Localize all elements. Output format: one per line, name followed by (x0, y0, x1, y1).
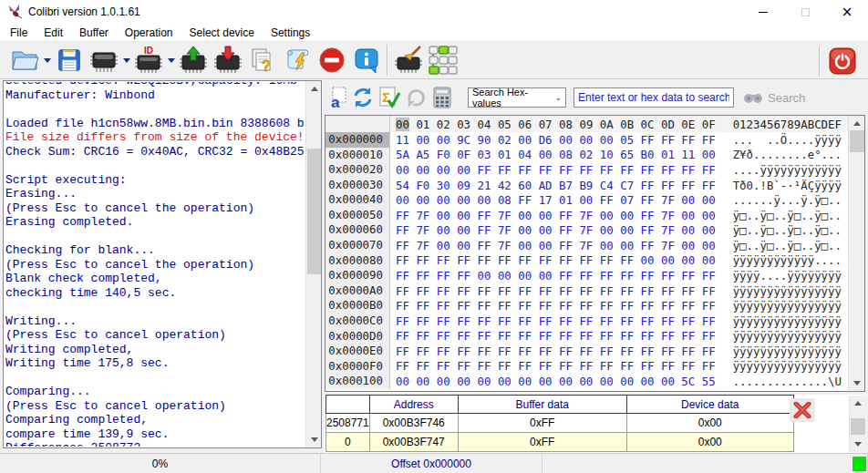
open-file-dropdown[interactable] (42, 43, 52, 77)
hex-ascii[interactable]: ÿÿÿÿÿÿÿÿÿÿÿÿÿÿÿÿ (716, 314, 842, 328)
scroll-thumb[interactable] (307, 149, 321, 274)
scroll-up-icon[interactable] (850, 396, 865, 411)
info-button[interactable] (349, 43, 384, 77)
hex-bytes[interactable]: FF FF FF FF FF FF FF FF FF FF FF FF FF F… (390, 299, 716, 313)
menu-file[interactable]: File (2, 25, 36, 41)
hex-address[interactable]: 0x0000C0 (326, 314, 390, 329)
encoding-button[interactable]: a (325, 86, 348, 109)
hex-row[interactable]: 0x0000F0FF FF FF FF FF FF FF FF FF FF FF… (326, 359, 864, 375)
reload-button[interactable] (404, 86, 428, 109)
read-chip-id-button[interactable]: ID (131, 43, 166, 77)
blank-check-button[interactable] (426, 43, 460, 77)
hex-bytes[interactable]: 00 00 00 00 00 08 FF 17 01 00 FF 07 FF 7… (390, 193, 716, 207)
search-input[interactable] (574, 87, 734, 108)
close-button[interactable]: × (826, 0, 868, 24)
hex-bytes[interactable]: FF FF FF FF FF FF FF FF FF FF FF FF FF F… (390, 314, 716, 328)
hex-row[interactable]: 0x000070FF 7F 00 00 FF 7F 00 00 FF 7F 00… (326, 238, 864, 253)
diff-cell[interactable]: 0 (326, 433, 370, 452)
scroll-thumb[interactable] (851, 418, 865, 435)
hex-bytes[interactable]: FF 7F 00 00 FF 7F 00 00 FF 7F 00 00 FF 7… (390, 239, 716, 252)
scroll-down-icon[interactable] (849, 375, 864, 391)
hex-address[interactable]: 0x000060 (326, 222, 390, 238)
hex-ascii[interactable]: ÿÿÿÿÿÿÿÿÿÿÿÿÿÿÿÿ (716, 329, 842, 343)
diff-cell[interactable]: 0xFF (458, 433, 626, 452)
hex-address[interactable]: 0x0000B0 (326, 298, 390, 314)
hex-ascii[interactable]: ÿÿÿÿÿÿÿÿÿÿÿÿÿÿÿÿ (716, 344, 842, 358)
hex-address[interactable]: 0x000000 (326, 132, 390, 148)
hex-bytes[interactable]: FF FF FF FF FF FF FF FF FF FF FF FF 00 0… (390, 253, 716, 267)
hex-row[interactable]: 0x0000105A A5 F0 0F 03 01 04 00 08 02 10… (326, 148, 864, 163)
exit-button[interactable] (824, 45, 861, 77)
hex-address[interactable]: 0x000040 (326, 192, 390, 208)
scroll-up-icon[interactable] (849, 116, 864, 131)
hex-bytes[interactable]: FF FF FF FF FF FF FF FF FF FF FF FF FF F… (390, 284, 716, 298)
hex-bytes[interactable]: FF 7F 00 00 FF 7F 00 00 FF 7F 00 00 FF 7… (390, 223, 716, 237)
hex-ascii[interactable]: ÿ□..ÿ□..ÿ□..ÿ□.. (716, 223, 842, 237)
hex-ascii[interactable]: ... ..Ö....ÿÿÿÿ (716, 133, 842, 147)
hex-ascii[interactable]: Tð0.!B`-·¹ÄÇÿÿÿÿ (716, 179, 842, 192)
hex-bytes[interactable]: 00 00 00 00 00 00 00 00 00 00 00 00 00 0… (390, 375, 716, 388)
diff-row[interactable]: 25087710x00B3F7460xFF0x00 (326, 414, 794, 433)
diff-cell[interactable]: 0x00B3F746 (369, 414, 458, 433)
stop-button[interactable] (315, 43, 349, 77)
open-file-button[interactable] (7, 43, 42, 77)
hex-row[interactable]: 0x0000C0FF FF FF FF FF FF FF FF FF FF FF… (326, 314, 864, 329)
file-info-button[interactable]: ? (245, 43, 280, 77)
hex-ascii[interactable]: ..............\U (716, 375, 842, 388)
refresh-button[interactable] (351, 86, 375, 109)
hex-ascii[interactable]: ......ÿ...ÿ.ÿ□.. (716, 193, 842, 207)
write-chip-button[interactable] (211, 43, 245, 77)
select-chip-button[interactable] (87, 43, 121, 77)
hex-bytes[interactable]: FF FF FF FF FF FF FF FF FF FF FF FF FF F… (390, 344, 716, 358)
hex-scrollbar[interactable] (848, 116, 864, 391)
hex-row[interactable]: 0x0000B0FF FF FF FF FF FF FF FF FF FF FF… (326, 298, 864, 314)
menu-select-device[interactable]: Select device (181, 25, 263, 41)
save-file-button[interactable] (52, 43, 87, 77)
hex-address[interactable]: 0x000010 (326, 148, 390, 163)
diff-row[interactable]: 00x00B3F7470xFF0x00 (326, 433, 794, 452)
hex-bytes[interactable]: 54 F0 30 09 21 42 60 AD B7 B9 C4 C7 FF F… (390, 179, 716, 192)
select-chip-dropdown[interactable] (121, 43, 131, 77)
hex-ascii[interactable]: ÿÿÿÿÿÿÿÿÿÿÿÿ.... (716, 253, 842, 267)
hex-address[interactable]: 0x0000E0 (326, 344, 390, 359)
hex-bytes[interactable]: FF FF FF FF 00 00 00 00 FF FF FF FF FF F… (390, 269, 716, 283)
clear-differences-button[interactable] (790, 398, 815, 422)
hex-address[interactable]: 0x000050 (326, 208, 390, 223)
read-chip-button[interactable] (176, 43, 211, 77)
diff-cell[interactable]: 0x00 (626, 414, 793, 433)
hex-ascii[interactable]: ÿÿÿÿÿÿÿÿÿÿÿÿÿÿÿÿ (716, 299, 842, 313)
hex-address[interactable]: 0x000100 (326, 374, 390, 389)
diff-cell[interactable]: 0x00 (626, 433, 793, 452)
script-button[interactable] (280, 43, 315, 77)
menu-settings[interactable]: Settings (263, 25, 318, 41)
scroll-down-icon[interactable] (850, 437, 865, 452)
hex-row[interactable]: 0x000080FF FF FF FF FF FF FF FF FF FF FF… (326, 253, 864, 269)
menu-operation[interactable]: Operation (117, 25, 181, 41)
hex-ascii[interactable]: ÿ□..ÿ□..ÿ□..ÿ□.. (716, 209, 842, 222)
log-scrollbar[interactable] (305, 81, 321, 447)
hex-bytes[interactable]: FF 7F 00 00 FF 7F 00 00 FF 7F 00 00 FF 7… (390, 209, 716, 222)
diff-cell[interactable]: 0xFF (458, 414, 626, 433)
hex-bytes[interactable]: FF FF FF FF FF FF FF FF FF FF FF FF FF F… (390, 329, 716, 343)
hex-address[interactable]: 0x000090 (326, 268, 390, 283)
hex-ascii[interactable]: ÿÿÿÿÿÿÿÿÿÿÿÿÿÿÿÿ (716, 359, 842, 373)
hex-bytes[interactable]: FF FF FF FF FF FF FF FF FF FF FF FF FF F… (390, 359, 716, 373)
search-button[interactable]: Search (743, 90, 805, 105)
maximize-button[interactable] (784, 0, 826, 24)
hex-row[interactable]: 0x000090FF FF FF FF 00 00 00 00 FF FF FF… (326, 268, 864, 283)
hex-ascii[interactable]: ÿ□..ÿ□..ÿ□..ÿ□.. (716, 239, 842, 252)
erase-chip-button[interactable] (391, 43, 426, 77)
scroll-down-icon[interactable] (306, 432, 322, 447)
hex-address[interactable]: 0x000020 (326, 162, 390, 178)
hex-address[interactable]: 0x000070 (326, 238, 390, 253)
read-chip-id-dropdown[interactable] (166, 43, 176, 77)
hex-address[interactable]: 0x0000F0 (326, 359, 390, 375)
hex-row[interactable]: 0x00004000 00 00 00 00 08 FF 17 01 00 FF… (326, 192, 864, 208)
hex-row[interactable]: 0x0000D0FF FF FF FF FF FF FF FF FF FF FF… (326, 329, 864, 344)
checksum-button[interactable]: Σ (377, 86, 401, 109)
hex-address[interactable]: 0x000030 (326, 178, 390, 193)
scroll-up-icon[interactable] (306, 81, 322, 97)
hex-ascii[interactable]: Z¥ð........e°... (716, 148, 842, 161)
hex-row[interactable]: 0x00000011 00 00 9C 90 02 00 D6 00 00 00… (326, 132, 864, 148)
hex-address[interactable]: 0x000080 (326, 253, 390, 269)
